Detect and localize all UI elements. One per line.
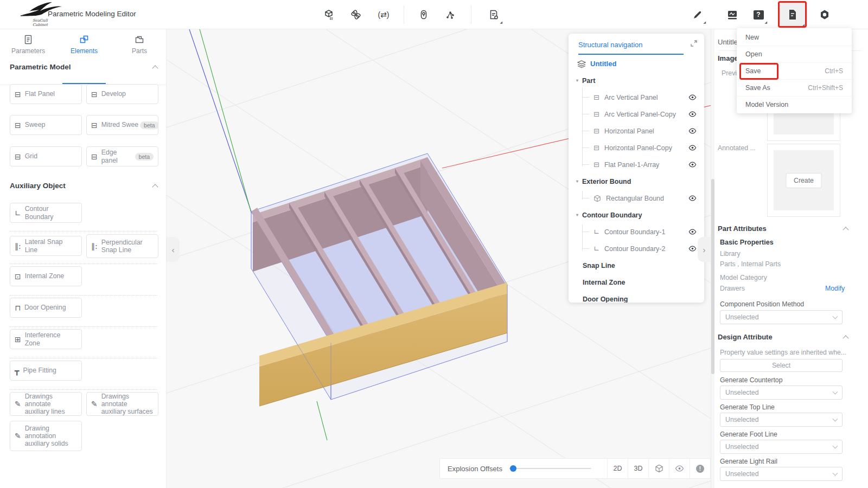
element-button-flat-panel[interactable]: ⊟ Flat Panel xyxy=(10,84,82,104)
generate-countertop-select[interactable]: Unselected xyxy=(720,386,843,400)
link-anchor-icon[interactable] xyxy=(414,5,433,24)
nav-item-contour-boundary-2[interactable]: ∟ Contour Boundary-2 xyxy=(569,240,704,257)
explosion-offsets-slider[interactable] xyxy=(509,465,591,472)
tree-collapse-triangle[interactable]: ▾ xyxy=(576,78,578,83)
slider-knob[interactable] xyxy=(510,465,516,472)
nav-item-arc-vertical-panel-copy[interactable]: ⊟ Arc Vertical Panel-Copy xyxy=(569,106,704,123)
aux-button-drawing-annotation-solids[interactable]: ✎ Drawing annotation auxiliary solids xyxy=(10,421,82,451)
left-sidebar: Parameters Elements Parts Parametric Mod… xyxy=(0,29,167,488)
element-button-mitred-sweep[interactable]: ⊟ Mitred Swee beta xyxy=(86,115,158,135)
visibility-eye-icon[interactable] xyxy=(688,195,697,201)
visibility-eye-icon[interactable] xyxy=(688,145,697,151)
swap-mode-icon[interactable]: (⇄) xyxy=(374,5,393,24)
visibility-eye-icon[interactable] xyxy=(688,111,697,117)
activity-chart-icon[interactable] xyxy=(723,5,742,24)
elements-squares-icon xyxy=(57,34,111,46)
nav-item-horizontal-panel[interactable]: ⊟ Horizontal Panel xyxy=(569,123,704,139)
isometric-cube-button[interactable] xyxy=(648,459,669,478)
collapse-chevron-icon[interactable] xyxy=(843,227,848,233)
component-cube-icon[interactable] xyxy=(320,5,339,24)
nav-group-door-opening[interactable]: Door Opening xyxy=(569,291,704,303)
panel-icon: ⊟ xyxy=(593,160,599,169)
nav-item-flat-panel-1-array[interactable]: ⊟ Flat Panel-1-Array xyxy=(569,156,704,173)
collapse-chevron-icon[interactable] xyxy=(843,335,848,341)
nav-item-arc-vertical-panel[interactable]: ⊟ Arc Vertical Panel xyxy=(569,89,704,106)
menu-item-open[interactable]: Open xyxy=(737,46,852,62)
file-menu-button[interactable]: ◢ xyxy=(780,3,805,27)
menu-item-new[interactable]: New xyxy=(737,29,852,46)
view-3d-button[interactable]: 3D xyxy=(628,459,648,478)
visibility-eye-icon[interactable] xyxy=(688,229,697,235)
inherit-note: Property value settings are inherited wh… xyxy=(720,349,848,356)
axis-y-green xyxy=(199,29,251,213)
dotted-divider xyxy=(10,389,157,390)
pattern-knot-icon[interactable] xyxy=(347,5,365,24)
menu-item-model-version[interactable]: Model Version xyxy=(737,96,852,113)
aux-button-pipe-fitting[interactable]: ┳ Pipe Fitting xyxy=(10,361,82,381)
nav-group-contour-boundary[interactable]: ▾ Contour Boundary xyxy=(569,207,704,223)
collapse-chevron-icon[interactable] xyxy=(152,65,158,71)
aux-button-drawings-annotate-surfaces[interactable]: ✎ Drawings annotate auxiliary surfaces xyxy=(86,392,158,416)
tab-elements[interactable]: Elements xyxy=(57,34,111,55)
axis-y-green-lower xyxy=(317,401,327,440)
aux-button-interference-zone[interactable]: ⊞ Interference Zone xyxy=(10,329,82,349)
dropdown-corner-indicator: ◢ xyxy=(802,23,805,27)
aux-button-contour-boundary[interactable]: ∟ Contour Boundary xyxy=(10,203,82,223)
tab-parts[interactable]: Parts xyxy=(112,34,167,55)
right-panel-scrollbar-thumb[interactable] xyxy=(711,179,714,374)
aux-button-door-opening[interactable]: ⊓ Door Opening xyxy=(10,298,82,318)
edit-pencil-icon[interactable]: ◢ xyxy=(688,5,706,24)
nav-group-exterior-bound[interactable]: ▾ Exterior Bound xyxy=(569,173,704,190)
nav-item-rectangular-bound[interactable]: Rectangular Bound xyxy=(569,190,704,207)
generate-light-rail-label: Generate Light Rail xyxy=(720,458,777,465)
element-button-develop[interactable]: ⊟ Develop xyxy=(86,84,158,104)
expand-panel-icon[interactable] xyxy=(690,40,698,47)
generate-light-rail-select[interactable]: Unselected xyxy=(720,467,843,481)
node-graph-icon[interactable] xyxy=(441,5,459,24)
model-category-value: Drawers xyxy=(720,285,745,292)
menu-item-save[interactable]: Save Ctrl+S xyxy=(737,62,852,79)
visibility-eye-icon[interactable] xyxy=(688,162,697,168)
select-button[interactable]: Select xyxy=(720,359,843,372)
visibility-eye-icon[interactable] xyxy=(688,94,697,100)
sidebar-collapse-handle[interactable]: ‹ xyxy=(167,237,180,262)
right-panel-collapse-handle[interactable]: › xyxy=(698,237,711,262)
tree-collapse-triangle[interactable]: ▾ xyxy=(576,213,578,217)
help-icon[interactable]: ? ◢ xyxy=(749,5,768,24)
file-dropdown-menu: New Open Save Ctrl+S Save As Ctrl+Shift+… xyxy=(737,28,852,113)
nav-item-contour-boundary-1[interactable]: ∟ Contour Boundary-1 xyxy=(569,223,704,240)
generate-top-line-select[interactable]: Unselected xyxy=(720,413,843,427)
section-parametric-model: Parametric Model xyxy=(10,63,157,71)
menu-item-save-as[interactable]: Save As Ctrl+Shift+S xyxy=(737,79,852,96)
tree-collapse-triangle[interactable]: ▾ xyxy=(576,179,578,184)
create-button[interactable]: Create xyxy=(786,173,822,188)
generate-foot-line-select[interactable]: Unselected xyxy=(720,440,843,454)
visibility-eye-icon[interactable] xyxy=(688,246,697,252)
visibility-eye-icon[interactable] xyxy=(688,128,697,134)
nav-group-internal-zone[interactable]: Internal Zone xyxy=(569,274,704,291)
top-toolbar: SeaGull Cabinet Parametric Modeling Edit… xyxy=(0,0,868,29)
tab-parameters[interactable]: Parameters xyxy=(1,34,55,55)
visibility-eye-button[interactable] xyxy=(669,459,690,478)
nav-group-snap-line[interactable]: Snap Line xyxy=(569,257,704,274)
aux-button-perpendicular-snap-line[interactable]: ∥: Perpendicular Snap Line xyxy=(86,234,158,258)
nav-item-horizontal-panel-copy[interactable]: ⊟ Horizontal Panel-Copy xyxy=(569,139,704,156)
element-button-sweep[interactable]: ⊟ Sweep xyxy=(10,115,82,135)
warning-info-button[interactable]: ! xyxy=(690,459,710,478)
aux-button-drawings-annotate-lines[interactable]: ✎ Drawings annotate auxiliary lines xyxy=(10,392,82,416)
document-export-icon[interactable]: ◢ xyxy=(484,5,503,24)
component-position-select[interactable]: Unselected xyxy=(720,310,843,324)
element-button-edge-panel[interactable]: ⊟ Edge panel beta xyxy=(86,146,158,166)
nav-root-item[interactable]: Untitled xyxy=(569,55,704,72)
element-button-grid[interactable]: ⊟ Grid xyxy=(10,146,82,166)
collapse-chevron-icon[interactable] xyxy=(152,184,158,190)
modify-link[interactable]: Modify xyxy=(825,285,845,292)
aux-button-lateral-snap-line[interactable]: ∥: Lateral Snap Line xyxy=(10,236,82,256)
dotted-divider xyxy=(10,295,157,296)
view-2d-button[interactable]: 2D xyxy=(607,459,628,478)
part-attributes-header: Part Attributes xyxy=(718,224,848,233)
settings-gear-icon[interactable] xyxy=(815,5,834,24)
aux-button-internal-zone[interactable]: ⊡ Internal Zone xyxy=(10,266,82,286)
contour-boundary-icon: ∟ xyxy=(15,209,21,217)
nav-group-part[interactable]: ▾ Part xyxy=(569,72,704,89)
